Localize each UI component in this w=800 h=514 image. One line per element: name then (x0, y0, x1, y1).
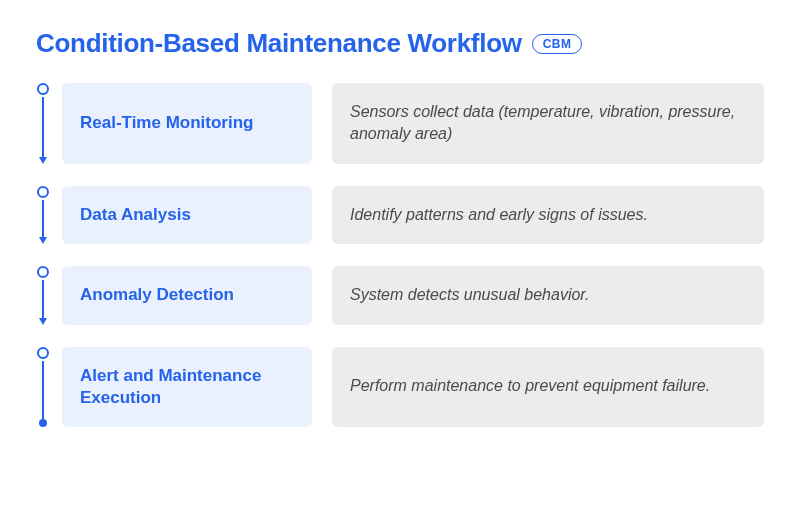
cbm-badge: CBM (532, 34, 583, 54)
step-desc: Identify patterns and early signs of iss… (350, 204, 648, 226)
step-label-box: Anomaly Detection (62, 266, 312, 324)
circle-icon (37, 83, 49, 95)
step-label: Data Analysis (80, 204, 191, 226)
timeline-marker (36, 83, 50, 164)
step-label-box: Real-Time Monitoring (62, 83, 312, 164)
arrow-down-icon (39, 318, 47, 325)
connector-line (42, 97, 44, 158)
dot-end-icon (39, 419, 47, 427)
step-label: Anomaly Detection (80, 284, 234, 306)
step-label-box: Alert and Maintenance Execution (62, 347, 312, 427)
circle-icon (37, 347, 49, 359)
connector-line (42, 200, 44, 238)
timeline-marker (36, 266, 50, 324)
step-desc-box: Identify patterns and early signs of iss… (332, 186, 764, 244)
step-alert: Alert and Maintenance Execution Perform … (62, 347, 764, 427)
circle-icon (37, 186, 49, 198)
step-label: Real-Time Monitoring (80, 112, 253, 134)
workflow-timeline: Real-Time Monitoring Sensors collect dat… (36, 83, 764, 427)
step-label-box: Data Analysis (62, 186, 312, 244)
connector-line (42, 361, 44, 420)
step-desc: System detects unusual behavior. (350, 284, 590, 306)
step-label: Alert and Maintenance Execution (80, 365, 294, 409)
timeline-marker (36, 347, 50, 427)
header: Condition-Based Maintenance Workflow CBM (36, 28, 764, 59)
step-desc-box: Perform maintenance to prevent equipment… (332, 347, 764, 427)
arrow-down-icon (39, 237, 47, 244)
step-desc-box: System detects unusual behavior. (332, 266, 764, 324)
step-monitoring: Real-Time Monitoring Sensors collect dat… (62, 83, 764, 164)
timeline-marker (36, 186, 50, 244)
step-analysis: Data Analysis Identify patterns and earl… (62, 186, 764, 244)
step-desc: Perform maintenance to prevent equipment… (350, 375, 710, 397)
connector-line (42, 280, 44, 318)
page-title: Condition-Based Maintenance Workflow (36, 28, 522, 59)
circle-icon (37, 266, 49, 278)
step-desc-box: Sensors collect data (temperature, vibra… (332, 83, 764, 164)
arrow-down-icon (39, 157, 47, 164)
step-anomaly: Anomaly Detection System detects unusual… (62, 266, 764, 324)
step-desc: Sensors collect data (temperature, vibra… (350, 101, 746, 146)
